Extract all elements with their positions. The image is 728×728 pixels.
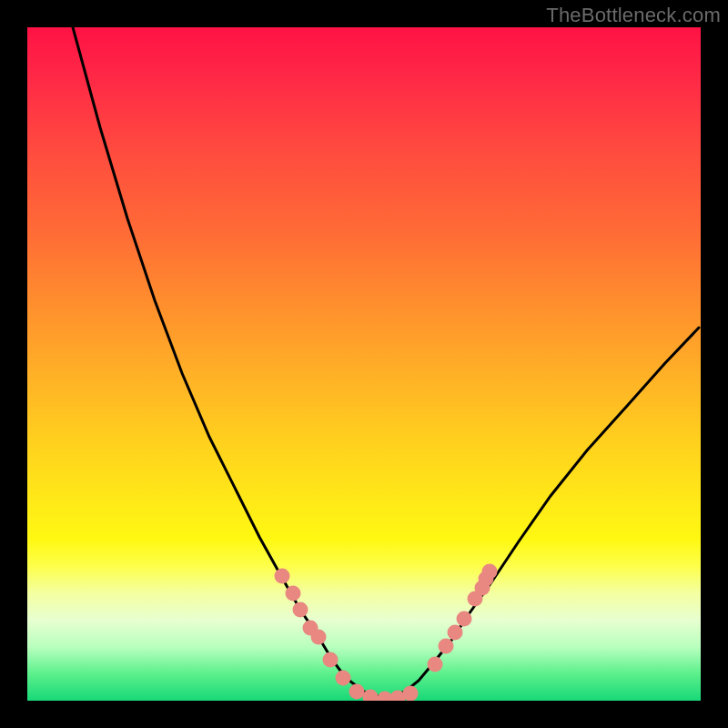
marker-dot xyxy=(311,630,327,645)
plot-area xyxy=(27,27,701,701)
marker-dot xyxy=(349,684,365,700)
marker-dot xyxy=(293,602,308,618)
marker-dot xyxy=(286,586,301,602)
curve-left-curve xyxy=(73,27,387,699)
marker-dot xyxy=(336,671,351,686)
marker-dot xyxy=(457,612,472,627)
marker-dot xyxy=(403,686,419,702)
marker-dot xyxy=(439,639,454,654)
marker-dot xyxy=(275,569,290,584)
curve-overlay xyxy=(27,27,701,701)
marker-dot xyxy=(448,625,463,641)
marker-dot xyxy=(482,564,498,580)
marker-dot xyxy=(428,657,443,672)
curve-right-curve xyxy=(387,328,699,699)
chart-frame: TheBottleneck.com xyxy=(0,0,728,728)
marker-dot xyxy=(323,652,339,668)
watermark-text: TheBottleneck.com xyxy=(546,4,721,27)
